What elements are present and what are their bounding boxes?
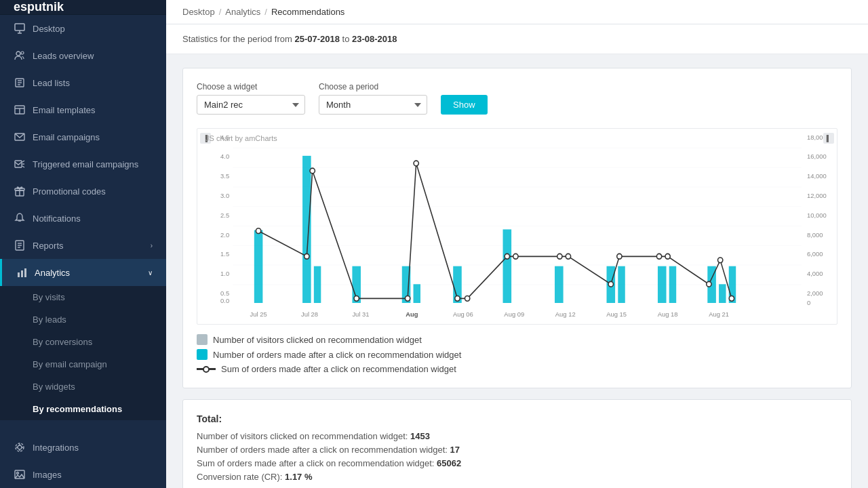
- main-content: Desktop / Analytics / Recommendations St…: [166, 0, 868, 488]
- legend-label-1: Number of visitors clicked on recommenda…: [213, 335, 422, 345]
- svg-text:Aug: Aug: [406, 310, 418, 318]
- svg-rect-26: [21, 270, 23, 277]
- legend-label-2: Number of orders made after a click on r…: [213, 350, 461, 360]
- svg-text:0.0: 0.0: [220, 297, 230, 304]
- svg-point-79: [513, 253, 518, 259]
- sidebar-item-notifications[interactable]: Notifications: [0, 205, 166, 232]
- svg-text:0: 0: [807, 299, 811, 306]
- trigger-icon: [14, 158, 26, 170]
- svg-point-80: [557, 253, 562, 259]
- chart-pin-right[interactable]: ▌: [823, 133, 834, 144]
- period-select[interactable]: MonthWeekDayYear: [319, 95, 427, 115]
- svg-rect-13: [15, 161, 22, 167]
- breadcrumb-current: Recommendations: [271, 7, 344, 17]
- svg-rect-64: [618, 266, 625, 303]
- legend-label-3: Sum of orders made after a click on reco…: [221, 364, 456, 374]
- svg-rect-55: [302, 156, 311, 303]
- report-icon: [14, 239, 26, 251]
- svg-rect-68: [719, 284, 726, 303]
- sidebar-item-label: Leads overview: [33, 51, 94, 61]
- stats-period-bar: Statistics for the period from 25-07-201…: [166, 24, 868, 54]
- show-button[interactable]: Show: [441, 95, 488, 115]
- legend-swatch-teal: [197, 349, 208, 360]
- svg-point-31: [17, 472, 19, 474]
- sidebar-item-by-email-campaign[interactable]: By email campaign: [0, 353, 166, 375]
- breadcrumb-analytics[interactable]: Analytics: [225, 7, 260, 17]
- widget-select[interactable]: Main2 recWidget 1Widget 2: [197, 95, 305, 115]
- svg-text:Aug 09: Aug 09: [504, 310, 524, 318]
- svg-text:10,000: 10,000: [807, 211, 827, 218]
- svg-point-86: [707, 281, 711, 287]
- svg-text:14,000: 14,000: [807, 172, 827, 180]
- sidebar-item-desktop[interactable]: Desktop: [0, 15, 166, 42]
- sidebar-item-by-visits[interactable]: By visits: [0, 286, 166, 308]
- totals-value-2: 17: [450, 445, 460, 455]
- sidebar-logo: esputnik: [0, 0, 166, 15]
- breadcrumb-sep-1: /: [219, 7, 222, 17]
- integration-icon: [14, 441, 26, 453]
- legend-line: [197, 368, 216, 370]
- svg-point-78: [505, 253, 509, 259]
- sidebar-item-label: Reports: [33, 241, 64, 251]
- svg-text:6,000: 6,000: [807, 250, 823, 258]
- svg-text:Aug 06: Aug 06: [453, 310, 473, 318]
- svg-text:12,000: 12,000: [807, 192, 827, 199]
- totals-value-3: 65062: [437, 458, 461, 468]
- svg-text:2.0: 2.0: [220, 230, 230, 238]
- svg-text:8,000: 8,000: [807, 230, 823, 238]
- svg-point-75: [414, 161, 418, 166]
- breadcrumb-desktop[interactable]: Desktop: [182, 7, 215, 17]
- svg-rect-66: [669, 266, 676, 303]
- sidebar-item-triggered-email-campaigns[interactable]: Triggered email campaigns: [0, 150, 166, 178]
- sidebar-item-label: Lead lists: [33, 78, 70, 88]
- svg-rect-27: [24, 268, 26, 277]
- svg-point-71: [304, 253, 309, 259]
- sidebar-item-reports[interactable]: Reports ›: [0, 232, 166, 259]
- svg-point-76: [455, 296, 460, 301]
- svg-point-87: [717, 258, 722, 263]
- sidebar-item-by-widgets[interactable]: By widgets: [0, 375, 166, 398]
- svg-rect-61: [503, 229, 512, 303]
- svg-point-73: [354, 296, 359, 301]
- svg-text:Jul 25: Jul 25: [250, 310, 267, 318]
- sidebar-item-by-leads[interactable]: By leads: [0, 308, 166, 331]
- sidebar-item-email-templates[interactable]: Email templates: [0, 96, 166, 123]
- sidebar-item-by-recommendations[interactable]: By recommendations: [0, 398, 166, 420]
- svg-rect-56: [314, 266, 321, 303]
- svg-point-70: [256, 228, 260, 234]
- svg-point-77: [465, 296, 469, 301]
- users-icon: [14, 49, 26, 62]
- sidebar-item-label: Email templates: [33, 105, 95, 115]
- sidebar-item-by-conversions[interactable]: By conversions: [0, 331, 166, 353]
- sidebar: esputnik Desktop Leads overview Lead lis…: [0, 0, 166, 488]
- sidebar-item-images[interactable]: Images: [0, 461, 166, 488]
- sidebar-item-leads-overview[interactable]: Leads overview: [0, 42, 166, 69]
- chart-wrapper: ▐ JS chart by amCharts ▌ 4.5 4.0 3.5: [197, 128, 837, 325]
- svg-rect-0: [15, 24, 24, 30]
- svg-text:1.5: 1.5: [220, 250, 229, 258]
- totals-row-4: Conversion rate (CR): 1.17 %: [197, 472, 837, 482]
- legend-swatch-gray: [197, 334, 208, 345]
- sidebar-item-analytics[interactable]: Analytics ∨: [0, 259, 166, 286]
- svg-point-28: [18, 445, 22, 449]
- svg-point-81: [566, 253, 570, 259]
- totals-value-4: 1.17 %: [285, 472, 312, 482]
- widget-label: Choose a widget: [197, 82, 305, 92]
- svg-point-88: [729, 296, 734, 301]
- svg-text:2.5: 2.5: [220, 211, 229, 218]
- sidebar-item-promotional-codes[interactable]: Promotional codes: [0, 178, 166, 205]
- svg-line-14: [22, 161, 24, 162]
- widget-control-group: Choose a widget Main2 recWidget 1Widget …: [197, 82, 305, 115]
- svg-text:Aug 12: Aug 12: [555, 310, 576, 318]
- sidebar-item-integrations[interactable]: Integrations: [0, 434, 166, 461]
- desktop-icon: [14, 22, 26, 35]
- svg-rect-25: [18, 272, 20, 277]
- svg-text:0.5: 0.5: [220, 289, 229, 297]
- sidebar-item-lead-lists[interactable]: Lead lists: [0, 69, 166, 96]
- svg-rect-62: [555, 266, 564, 303]
- svg-point-82: [608, 281, 613, 287]
- svg-text:Aug 15: Aug 15: [606, 310, 627, 318]
- sidebar-item-email-campaigns[interactable]: Email campaigns: [0, 123, 166, 150]
- svg-text:Jul 31: Jul 31: [352, 310, 369, 318]
- chevron-down-icon: ∨: [148, 269, 153, 277]
